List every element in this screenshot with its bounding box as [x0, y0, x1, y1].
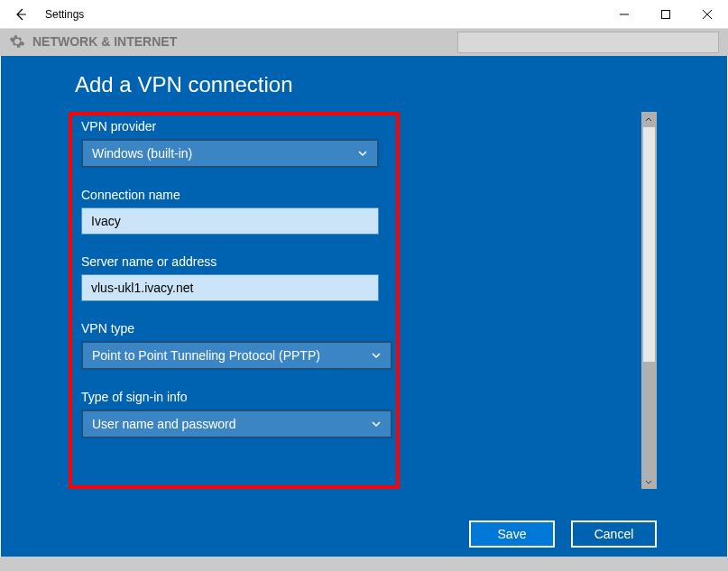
scroll-track[interactable] — [641, 127, 657, 474]
connection-name-field: Connection name — [81, 188, 387, 235]
close-icon — [703, 10, 712, 19]
server-name-field: Server name or address — [81, 254, 387, 301]
vpn-provider-field: VPN provider Windows (built-in) — [81, 119, 387, 168]
cancel-button-label: Cancel — [594, 527, 634, 541]
back-arrow-icon — [14, 7, 28, 22]
signin-info-select[interactable]: User name and password — [81, 410, 392, 438]
vpn-type-select[interactable]: Point to Point Tunneling Protocol (PPTP) — [81, 341, 392, 370]
close-button[interactable] — [687, 0, 728, 29]
svg-rect-1 — [662, 10, 670, 18]
save-button[interactable]: Save — [469, 520, 555, 548]
scroll-down-button[interactable] — [641, 474, 657, 489]
chevron-down-icon — [357, 148, 368, 159]
modal-title: Add a VPN connection — [75, 72, 727, 97]
back-button[interactable] — [0, 0, 41, 29]
scroll-up-button[interactable] — [641, 112, 657, 127]
maximize-icon — [661, 10, 670, 19]
gear-icon — [9, 33, 25, 50]
signin-info-field: Type of sign-in info User name and passw… — [81, 390, 387, 438]
chevron-down-icon — [371, 350, 382, 361]
chevron-down-icon — [645, 478, 652, 485]
vpn-type-label: VPN type — [81, 321, 387, 336]
background-search-box — [457, 32, 719, 53]
save-button-label: Save — [498, 527, 527, 541]
window-controls — [604, 0, 728, 29]
vpn-type-field: VPN type Point to Point Tunneling Protoc… — [81, 321, 387, 370]
scrollbar[interactable] — [640, 112, 657, 489]
vpn-type-value: Point to Point Tunneling Protocol (PPTP) — [92, 348, 320, 363]
vpn-provider-value: Windows (built-in) — [92, 146, 192, 161]
background-header: NETWORK & INTERNET — [0, 29, 728, 56]
titlebar: Settings — [0, 0, 728, 29]
add-vpn-modal: Add a VPN connection VPN provider Window… — [1, 56, 727, 557]
signin-info-label: Type of sign-in info — [81, 390, 387, 404]
maximize-button[interactable] — [645, 0, 687, 29]
background-header-text: NETWORK & INTERNET — [32, 34, 177, 49]
minimize-icon — [620, 10, 629, 19]
scroll-thumb[interactable] — [643, 127, 655, 362]
vpn-provider-label: VPN provider — [81, 119, 387, 134]
server-name-label: Server name or address — [81, 254, 387, 269]
connection-name-input[interactable] — [81, 207, 379, 235]
chevron-up-icon — [645, 116, 652, 124]
window-title: Settings — [45, 8, 84, 21]
signin-info-value: User name and password — [92, 417, 236, 431]
cancel-button[interactable]: Cancel — [571, 520, 657, 548]
highlighted-fields-box: VPN provider Windows (built-in) Connecti… — [69, 112, 400, 489]
connection-name-label: Connection name — [81, 188, 387, 202]
chevron-down-icon — [371, 419, 382, 429]
server-name-input[interactable] — [81, 274, 379, 301]
bottom-shadow-strip — [0, 557, 728, 571]
minimize-button[interactable] — [604, 0, 645, 29]
button-row: Save Cancel — [469, 520, 657, 548]
vpn-provider-select[interactable]: Windows (built-in) — [81, 139, 379, 168]
